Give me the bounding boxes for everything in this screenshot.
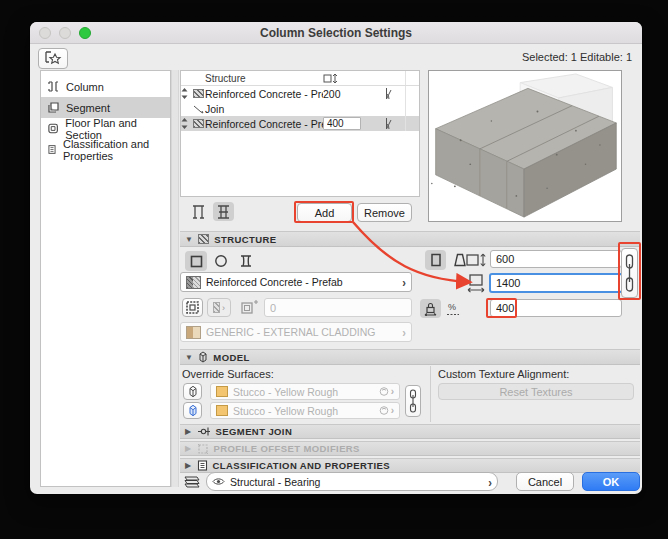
title-bar[interactable]: Column Selection Settings xyxy=(30,22,642,44)
column-icon xyxy=(47,80,60,93)
column-preview-render xyxy=(431,73,619,219)
column-taper-toggles xyxy=(425,250,470,270)
segment-row-2-selected[interactable]: Reinforced Concrete - Prefab xyxy=(181,116,419,131)
circle-profile-button[interactable] xyxy=(210,251,232,271)
veneer-fill-swatch-icon xyxy=(213,302,220,313)
veneer-fill-button[interactable]: › xyxy=(207,298,231,317)
collapse-triangle-icon[interactable]: ▼ xyxy=(185,353,193,362)
cancel-button[interactable]: Cancel xyxy=(516,472,574,491)
layer-icon xyxy=(181,474,201,489)
straight-column-button[interactable] xyxy=(425,250,446,270)
straight-column-icon xyxy=(430,253,442,267)
slant-icon xyxy=(380,117,393,130)
link-surfaces-button[interactable] xyxy=(405,385,421,417)
fixed-height-button[interactable] xyxy=(420,299,441,318)
classification-icon xyxy=(47,143,57,156)
proportional-height-button[interactable]: % xyxy=(443,299,463,318)
sidebar-item-floor-plan-and-section[interactable]: Floor Plan and Section xyxy=(41,118,170,139)
fill-swatch-icon xyxy=(193,119,204,128)
extrude-cube-blue-icon xyxy=(188,404,198,417)
classification-title: CLASSIFICATION AND PROPERTIES xyxy=(213,460,390,471)
link-widths-button[interactable] xyxy=(621,248,638,298)
segment-height-value[interactable]: 200 xyxy=(323,88,367,100)
list-header-row: Structure xyxy=(181,71,419,86)
splitter-handle[interactable] xyxy=(171,70,179,487)
surface-toggle-button-2[interactable] xyxy=(183,402,202,419)
bottom-width-input[interactable] xyxy=(489,273,623,293)
expand-triangle-icon[interactable]: ▶ xyxy=(185,427,192,436)
layer-name: Structural - Bearing xyxy=(230,476,320,488)
remove-segment-button[interactable]: Remove xyxy=(357,203,412,222)
uniform-column-button[interactable] xyxy=(188,202,209,221)
veneer-thickness-icon xyxy=(241,300,258,315)
surface-name: Stucco - Yellow Rough xyxy=(233,405,338,417)
chevron-right-icon: › xyxy=(402,325,406,339)
surface-dropdown-2: Stucco - Yellow Rough › xyxy=(210,402,400,419)
model-section-header[interactable]: ▼ MODEL xyxy=(180,349,640,365)
segment-name: Reinforced Concrete - Prefab xyxy=(205,88,323,100)
reset-textures-button: Reset Textures xyxy=(438,383,634,400)
profile-offset-icon xyxy=(197,443,209,455)
collapse-triangle-icon[interactable]: ▼ xyxy=(185,235,193,244)
chevron-right-icon: › xyxy=(488,474,492,488)
classification-section-header[interactable]: ▶ CLASSIFICATION AND PROPERTIES xyxy=(180,458,640,473)
core-material-name: Reinforced Concrete - Prefab xyxy=(206,276,343,288)
chevron-right-icon: › xyxy=(402,275,406,289)
veneer-icon xyxy=(186,301,199,314)
core-material-swatch xyxy=(186,276,201,289)
structure-section-title: STRUCTURE xyxy=(214,234,276,245)
fill-swatch-icon xyxy=(193,89,204,98)
complex-profile-button[interactable] xyxy=(235,251,257,271)
chevron-right-icon: › xyxy=(391,405,394,416)
sidebar-item-classification-and-properties[interactable]: Classification and Properties xyxy=(41,139,170,160)
structure-section-header[interactable]: ▼ STRUCTURE xyxy=(180,231,640,247)
classification-doc-icon xyxy=(197,460,208,471)
preview-3d-pane[interactable] xyxy=(428,70,622,222)
surface-picker-icon xyxy=(379,405,390,416)
add-segment-button[interactable]: Add xyxy=(297,203,352,222)
surface-dropdown-1: Stucco - Yellow Rough › xyxy=(210,383,400,400)
veneer-material-swatch xyxy=(186,326,201,339)
veneer-material-dropdown: GENERIC - EXTERNAL CLADDING › xyxy=(180,322,412,342)
slant-icon xyxy=(380,87,393,100)
structure-hatch-icon xyxy=(198,234,209,244)
surface-toggle-button-1[interactable] xyxy=(183,383,202,400)
segmented-column-icon xyxy=(217,205,230,219)
layer-dropdown[interactable]: Structural - Bearing › xyxy=(206,472,498,491)
svg-text:%: % xyxy=(448,302,456,312)
rectangle-profile-icon xyxy=(190,255,203,268)
selection-status: Selected: 1 Editable: 1 xyxy=(522,51,632,63)
segment-join-section-header[interactable]: ▶ SEGMENT JOIN xyxy=(180,424,640,439)
segment-row-1[interactable]: Reinforced Concrete - Prefab 200 xyxy=(181,86,419,101)
uniform-column-icon xyxy=(192,205,205,219)
sidebar-item-column[interactable]: Column xyxy=(41,76,170,97)
lock-icon xyxy=(424,302,437,316)
veneer-toggle-button[interactable] xyxy=(182,298,203,317)
cancel-label: Cancel xyxy=(528,476,562,488)
segment-height-input[interactable] xyxy=(323,117,361,130)
core-material-dropdown[interactable]: Reinforced Concrete - Prefab › xyxy=(180,272,412,292)
segment-name: Join xyxy=(205,103,323,115)
model-section-title: MODEL xyxy=(213,352,249,363)
segment-height-field[interactable] xyxy=(490,299,622,317)
sidebar-item-label: Column xyxy=(66,81,104,93)
join-pen-icon xyxy=(193,103,204,114)
segmented-column-button[interactable] xyxy=(213,202,234,221)
segment-icon xyxy=(47,101,60,114)
link-chain-icon xyxy=(408,388,418,414)
favorites-button[interactable] xyxy=(38,48,68,69)
ok-label: OK xyxy=(603,476,620,488)
settings-sidebar: Column Segment Floor Plan and Section Cl… xyxy=(40,70,171,487)
top-width-icon xyxy=(466,253,488,267)
favorites-icon xyxy=(44,51,62,66)
profile-offset-title: PROFILE OFFSET MODIFIERS xyxy=(214,443,360,454)
top-width-input[interactable] xyxy=(490,250,622,268)
expand-triangle-icon[interactable]: ▶ xyxy=(185,461,192,470)
tapered-column-icon xyxy=(453,253,467,267)
ok-button[interactable]: OK xyxy=(582,472,640,491)
sidebar-item-segment[interactable]: Segment xyxy=(41,97,170,118)
bottom-width-icon xyxy=(467,274,487,293)
veneer-thickness-input xyxy=(264,298,412,317)
rectangle-profile-button[interactable] xyxy=(185,251,207,271)
segment-row-join[interactable]: Join xyxy=(181,101,419,116)
